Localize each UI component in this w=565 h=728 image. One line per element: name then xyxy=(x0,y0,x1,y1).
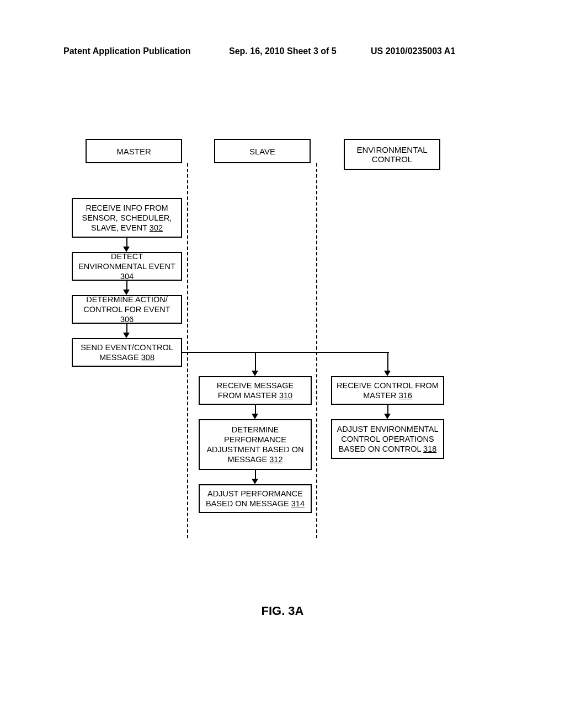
branch-env-v xyxy=(387,352,388,371)
step-310: RECEIVE MESSAGE FROM MASTER 310 xyxy=(199,376,312,405)
step-304-text: DETECT ENVIRONMENTAL EVENT xyxy=(78,252,175,271)
step-314-ref: 314 xyxy=(291,499,305,508)
step-308-text: SEND EVENT/CONTROL MESSAGE xyxy=(81,343,173,362)
step-312-text: DETERMINE PERFORMANCE ADJUSTMENT BASED O… xyxy=(206,425,303,464)
arrowhead-312-314 xyxy=(252,479,258,484)
step-316-text: RECEIVE CONTROL FROM MASTER xyxy=(337,381,439,400)
arrow-312-314 xyxy=(255,470,256,479)
step-316: RECEIVE CONTROL FROM MASTER 316 xyxy=(331,376,444,405)
step-304-ref: 304 xyxy=(120,272,134,281)
arrow-310-312 xyxy=(255,405,256,414)
arrow-304-306 xyxy=(126,281,127,290)
pub-title: Patent Application Publication xyxy=(63,46,191,56)
branch-slave-head xyxy=(252,371,258,376)
lane-divider-1 xyxy=(187,163,188,538)
step-318: ADJUST ENVIRONMENTAL CONTROL OPERATIONS … xyxy=(331,419,444,459)
step-306: DETERMINE ACTION/ CONTROL FOR EVENT 306 xyxy=(72,295,182,324)
arrowhead-316-318 xyxy=(384,414,391,419)
lane-env-header: ENVIRONMENTAL CONTROL xyxy=(344,139,440,170)
lane-master-header: MASTER xyxy=(86,139,182,163)
arrow-306-308 xyxy=(126,324,127,333)
pub-date: Sep. 16, 2010 Sheet 3 of 5 xyxy=(229,46,337,56)
arrowhead-310-312 xyxy=(252,414,258,419)
step-316-ref: 316 xyxy=(399,391,412,400)
branch-h xyxy=(182,352,389,353)
arrowhead-306-308 xyxy=(123,333,130,338)
arrowhead-304-306 xyxy=(123,290,130,295)
step-314-text: ADJUST PERFORMANCE BASED ON MESSAGE xyxy=(206,489,303,508)
figure-caption: FIG. 3A xyxy=(0,604,565,618)
step-308-ref: 308 xyxy=(141,353,154,362)
step-308: SEND EVENT/CONTROL MESSAGE 308 xyxy=(72,338,182,367)
lane-slave-header: SLAVE xyxy=(214,139,311,163)
lane-divider-2 xyxy=(316,163,317,538)
step-304: DETECT ENVIRONMENTAL EVENT 304 xyxy=(72,252,182,281)
step-318-ref: 318 xyxy=(423,445,436,453)
step-302-ref: 302 xyxy=(150,223,163,232)
branch-env-head xyxy=(384,371,391,376)
step-306-ref: 306 xyxy=(120,315,134,324)
arrowhead-302-304 xyxy=(123,247,130,252)
branch-slave-v xyxy=(255,352,256,371)
pub-number: US 2010/0235003 A1 xyxy=(371,46,455,56)
step-306-text: DETERMINE ACTION/ CONTROL FOR EVENT xyxy=(83,295,170,314)
step-302: RECEIVE INFO FROM SENSOR, SCHEDULER, SLA… xyxy=(72,198,182,238)
step-314: ADJUST PERFORMANCE BASED ON MESSAGE 314 xyxy=(199,484,312,513)
arrow-316-318 xyxy=(387,405,388,414)
step-312-ref: 312 xyxy=(269,455,282,464)
arrow-302-304 xyxy=(126,238,127,247)
step-312: DETERMINE PERFORMANCE ADJUSTMENT BASED O… xyxy=(199,419,312,470)
step-310-ref: 310 xyxy=(279,391,292,400)
